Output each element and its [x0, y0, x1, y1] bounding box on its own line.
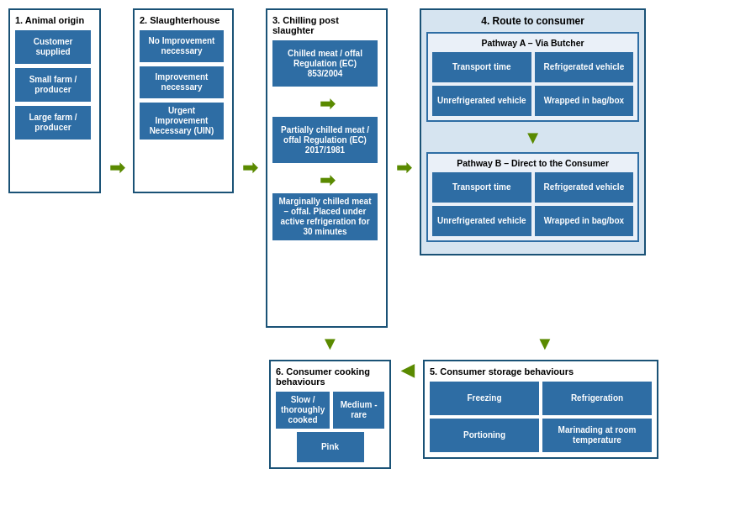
- btn-wrapped-a[interactable]: Wrapped in bag/box: [535, 86, 634, 116]
- section-6-title: 6. Consumer cooking behaviours: [276, 366, 384, 387]
- arrow-pathway-down: ▼: [426, 129, 639, 147]
- btn-wrapped-b[interactable]: Wrapped in bag/box: [535, 206, 634, 236]
- btn-marginally-chilled[interactable]: Marginally chilled meat – offal. Placed …: [272, 193, 378, 240]
- pathway-a-grid: Transport time Refrigerated vehicle Unre…: [432, 52, 633, 116]
- section-3: 3. Chilling post slaughter Chilled meat …: [266, 8, 388, 328]
- btn-portioning[interactable]: Portioning: [430, 419, 539, 452]
- btn-improvement[interactable]: Improvement necessary: [140, 66, 224, 98]
- section-5: 5. Consumer storage behaviours Freezing …: [423, 360, 658, 459]
- diagram: 1. Animal origin Customer supplied Small…: [8, 8, 748, 469]
- btn-transport-time-a[interactable]: Transport time: [432, 52, 531, 82]
- pathway-b-title: Pathway B – Direct to the Consumer: [432, 158, 633, 168]
- btn-no-improvement[interactable]: No Improvement necessary: [140, 30, 224, 62]
- top-row: 1. Animal origin Customer supplied Small…: [8, 8, 748, 328]
- arrows-row: ▼ ▼: [12, 334, 748, 353]
- arrow-1-to-2: ➡: [108, 157, 126, 179]
- btn-chilled-meat[interactable]: Chilled meat / offal Regulation (EC) 853…: [272, 40, 378, 87]
- btn-freezing[interactable]: Freezing: [430, 382, 539, 415]
- cooking-grid: Slow / thoroughly cooked Medium - rare: [276, 392, 384, 429]
- arrow-s4-down: ▼: [423, 334, 667, 353]
- btn-refrigerated-a[interactable]: Refrigerated vehicle: [535, 52, 634, 82]
- btn-unrefrigerated-a[interactable]: Unrefrigerated vehicle: [432, 86, 531, 116]
- cooking-center: Pink: [276, 432, 384, 462]
- section-3-title: 3. Chilling post slaughter: [272, 15, 381, 35]
- btn-refrigerated-b[interactable]: Refrigerated vehicle: [535, 172, 634, 203]
- pathway-a: Pathway A – Via Butcher Transport time R…: [426, 32, 639, 122]
- btn-medium-rare[interactable]: Medium - rare: [333, 392, 384, 429]
- arrow-2-to-3: ➡: [241, 157, 259, 179]
- btn-slow-cooked[interactable]: Slow / thoroughly cooked: [276, 392, 330, 429]
- section-2-title: 2. Slaughterhouse: [140, 15, 227, 25]
- section-2: 2. Slaughterhouse No Improvement necessa…: [133, 8, 234, 193]
- btn-large-farm[interactable]: Large farm / producer: [15, 106, 91, 140]
- section-1: 1. Animal origin Customer supplied Small…: [8, 8, 101, 193]
- btn-marinading[interactable]: Marinading at room temperature: [542, 419, 652, 452]
- storage-grid: Freezing Refrigeration Portioning Marina…: [430, 382, 652, 452]
- btn-customer-supplied[interactable]: Customer supplied: [15, 30, 91, 64]
- btn-partially-chilled[interactable]: Partially chilled meat / offal Regulatio…: [272, 117, 378, 163]
- btn-refrigeration[interactable]: Refrigeration: [542, 382, 652, 415]
- arrow-s5-to-s6: ◀: [398, 360, 416, 380]
- section-6: 6. Consumer cooking behaviours Slow / th…: [269, 360, 391, 469]
- section-4-title: 4. Route to consumer: [426, 15, 639, 27]
- pathway-b: Pathway B – Direct to the Consumer Trans…: [426, 152, 639, 242]
- section-4: 4. Route to consumer Pathway A – Via But…: [420, 8, 646, 255]
- btn-small-farm[interactable]: Small farm / producer: [15, 68, 91, 102]
- section-5-title: 5. Consumer storage behaviours: [430, 366, 652, 377]
- arrow-3-to-4: ➡: [394, 157, 413, 179]
- pathway-b-grid: Transport time Refrigerated vehicle Unre…: [432, 172, 633, 236]
- arrow-s3-down: ▼: [269, 334, 391, 353]
- btn-unrefrigerated-b[interactable]: Unrefrigerated vehicle: [432, 206, 531, 236]
- bottom-row: 6. Consumer cooking behaviours Slow / th…: [12, 360, 748, 469]
- btn-urgent-improvement[interactable]: Urgent Improvement Necessary (UIN): [140, 103, 224, 140]
- btn-transport-time-b[interactable]: Transport time: [432, 172, 531, 203]
- section-1-title: 1. Animal origin: [15, 15, 94, 25]
- btn-pink[interactable]: Pink: [297, 432, 364, 462]
- pathway-a-title: Pathway A – Via Butcher: [432, 38, 633, 48]
